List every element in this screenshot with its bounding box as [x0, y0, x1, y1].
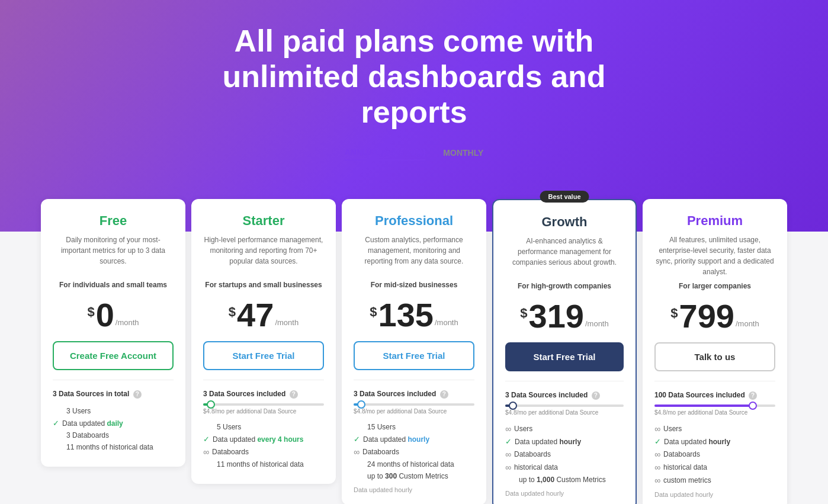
question-icon[interactable]: ? [592, 391, 600, 400]
slider-thumb [207, 400, 215, 409]
infinity-icon: ∞ [654, 463, 660, 472]
plan-btn-starter[interactable]: Start Free Trial [203, 341, 324, 370]
feature-list-growth: ∞Users✓Data updated hourly∞Databoards∞hi… [505, 424, 624, 484]
data-updated-note-professional: Data updated hourly [354, 486, 474, 493]
question-icon[interactable]: ? [440, 390, 448, 399]
billing-toggle: ANNUAL (Save 20%) MONTHLY [12, 147, 816, 160]
feature-item: ∞Databoards [203, 447, 324, 457]
plan-price-free: $ 0 /month [53, 298, 174, 332]
plan-name-premium: Premium [654, 213, 775, 229]
feature-text: 15 Users [367, 423, 396, 431]
slider-premium[interactable]: $4.8/mo per additional Data Source [654, 405, 775, 416]
price-period: /month [736, 319, 759, 328]
plan-price-starter: $ 47 /month [203, 298, 324, 332]
feature-item: 15 Users [354, 423, 474, 431]
slider-fill [654, 405, 751, 407]
feature-list-starter: 5 Users✓Data updated every 4 hours∞Datab… [203, 423, 324, 468]
features-section-growth: 3 Data Sources included ? $4.8/mo per ad… [505, 381, 624, 497]
feature-item: 24 months of historical data [354, 460, 474, 468]
feature-item: ∞Databoards [505, 450, 624, 459]
billing-monthly[interactable]: MONTHLY [443, 148, 483, 160]
plan-card-starter: Starter High-level performance managemen… [191, 199, 336, 484]
price-amount: 319 [529, 300, 584, 333]
plan-price-growth: $ 319 /month [505, 300, 624, 333]
feature-text: Data updated every 4 hours [213, 435, 303, 444]
price-amount: 135 [378, 298, 434, 332]
feature-item: 3 Users [53, 407, 174, 415]
check-icon: ✓ [203, 435, 210, 444]
plan-btn-growth[interactable]: Start Free Trial [505, 342, 624, 371]
slider-starter[interactable]: $4.8/mo per additional Data Source [203, 403, 324, 415]
plan-btn-free[interactable]: Create Free Account [53, 341, 174, 370]
feature-item: ∞Databoards [354, 447, 474, 457]
plan-card-growth: Best value Growth AI-enhanced analytics … [492, 199, 637, 504]
plan-description-premium: All features, unlimited usage, enterpris… [654, 235, 775, 277]
plan-description-growth: AI-enhanced analytics & performance mana… [505, 236, 624, 277]
plan-description-starter: High-level performance management, monit… [203, 235, 324, 276]
plan-price-premium: $ 799 /month [654, 300, 775, 333]
plan-target-growth: For high-growth companies [505, 282, 624, 290]
data-updated-note-premium: Data updated hourly [654, 491, 775, 498]
slider-thumb [357, 400, 365, 409]
plans-grid: Free Daily monitoring of your most-impor… [41, 199, 787, 504]
feature-item: ✓Data updated daily [53, 419, 174, 428]
slider-track [654, 405, 775, 407]
question-icon[interactable]: ? [133, 390, 142, 399]
plan-name-starter: Starter [203, 213, 324, 229]
hero-section: All paid plans come with unlimited dashb… [0, 0, 828, 232]
infinity-icon: ∞ [354, 447, 360, 457]
feature-text: 3 Users [66, 407, 91, 415]
features-section-free: 3 Data Sources in total ? 3 Users✓Data u… [53, 380, 174, 451]
infinity-icon: ∞ [505, 463, 511, 472]
plan-target-premium: For larger companies [654, 282, 775, 290]
slider-thumb [509, 402, 517, 410]
infinity-icon: ∞ [654, 450, 660, 459]
question-icon[interactable]: ? [290, 390, 298, 399]
data-updated-note-growth: Data updated hourly [505, 490, 624, 497]
feature-item: ∞Users [654, 424, 775, 434]
question-icon[interactable]: ? [749, 391, 757, 400]
feature-text: up to 1,000 Custom Metrics [519, 476, 606, 484]
price-period: /month [435, 318, 458, 327]
plan-btn-premium[interactable]: Talk to us [654, 342, 775, 371]
feature-text: custom metrics [663, 476, 711, 484]
plan-target-starter: For startups and small businesses [203, 281, 324, 289]
feature-text: up to 300 Custom Metrics [367, 472, 448, 480]
feature-text: 24 months of historical data [367, 460, 454, 468]
slider-track [203, 403, 324, 406]
feature-item: ✓Data updated hourly [354, 435, 474, 444]
billing-annual[interactable]: ANNUAL (Save 20%) [345, 147, 426, 160]
infinity-icon: ∞ [505, 450, 511, 459]
slider-professional[interactable]: $4.8/mo per additional Data Source [354, 403, 474, 415]
plan-target-free: For individuals and small teams [53, 281, 174, 289]
slider-growth[interactable]: $4.8/mo per additional Data Source [505, 405, 624, 416]
infinity-icon: ∞ [654, 476, 660, 485]
feature-text: Data updated hourly [664, 438, 730, 446]
hero-title: All paid plans come with unlimited dashb… [177, 24, 651, 130]
feature-text: Data updated hourly [363, 435, 429, 444]
plan-description-professional: Custom analytics, performance management… [354, 235, 474, 276]
feature-item: 11 months of historical data [53, 443, 174, 451]
slider-track [354, 403, 474, 406]
price-period: /month [115, 318, 139, 327]
plan-card-premium: Premium All features, unlimited usage, e… [643, 199, 787, 504]
slider-additional-text: $4.8/mo per additional Data Source [654, 409, 775, 416]
plan-name-free: Free [53, 213, 174, 229]
feature-list-premium: ∞Users✓Data updated hourly∞Databoards∞hi… [654, 424, 775, 485]
slider-additional-text: $4.8/mo per additional Data Source [354, 408, 474, 415]
feature-item: 3 Databoards [53, 431, 174, 439]
feature-text: 5 Users [217, 423, 241, 431]
feature-text: historical data [514, 463, 558, 471]
price-dollar: $ [670, 306, 678, 321]
infinity-icon: ∞ [505, 424, 511, 434]
data-sources-label-starter: 3 Data Sources included ? [203, 390, 324, 399]
plan-description-free: Daily monitoring of your most-important … [53, 235, 174, 276]
plans-wrapper: Free Daily monitoring of your most-impor… [29, 199, 799, 504]
feature-item: ∞Users [505, 424, 624, 434]
feature-text: Databoards [514, 450, 551, 458]
feature-list-professional: 15 Users✓Data updated hourly∞Databoards2… [354, 423, 474, 480]
plan-btn-professional[interactable]: Start Free Trial [354, 341, 474, 370]
feature-item: ✓Data updated hourly [505, 437, 624, 446]
check-icon: ✓ [505, 437, 512, 446]
data-sources-label-growth: 3 Data Sources included ? [505, 391, 624, 400]
